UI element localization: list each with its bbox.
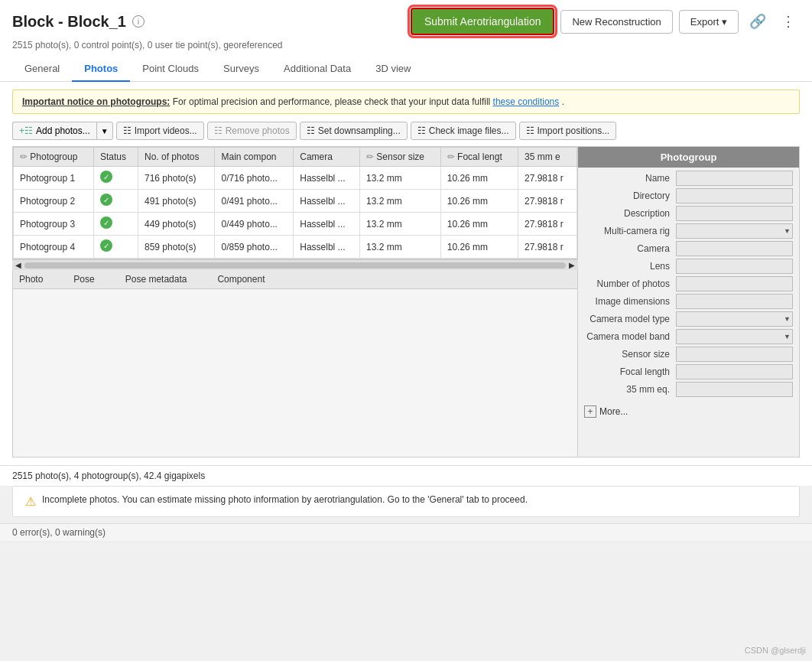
cell-camera: Hasselbl ... — [294, 236, 360, 259]
status-ok-icon — [100, 194, 112, 206]
add-photos-dropdown-button[interactable]: ▼ — [96, 122, 113, 140]
cell-photos: 716 photo(s) — [138, 167, 215, 190]
form-input-35-mm-eq.[interactable] — [676, 382, 793, 397]
form-row: Multi-camera rig ▼ — [584, 223, 793, 239]
form-row: Camera model band ▼ — [584, 329, 793, 344]
cell-main: 0/449 photo... — [215, 213, 294, 236]
col-photogroup[interactable]: ✏ Photogroup — [14, 148, 94, 167]
import-pos-icon: ☷ — [526, 125, 534, 136]
col-pose: Pose — [73, 274, 94, 285]
form-input-camera[interactable] — [676, 241, 793, 256]
new-reconstruction-button[interactable]: New Reconstruction — [560, 10, 672, 34]
col-status[interactable]: Status — [94, 148, 138, 167]
form-input-focal-length[interactable] — [676, 364, 793, 379]
form-row: Camera — [584, 241, 793, 256]
form-label: Sensor size — [584, 349, 676, 360]
form-label: Camera model type — [584, 314, 676, 324]
form-input-directory[interactable] — [676, 188, 793, 204]
cell-status — [94, 236, 138, 259]
side-panel-form: Name Directory Description Multi-camera … — [578, 168, 799, 402]
form-input-name[interactable] — [676, 171, 793, 186]
tab-3d-view[interactable]: 3D view — [363, 57, 423, 82]
cell-name: Photogroup 3 — [14, 213, 94, 236]
remove-photos-icon: ☷ — [214, 125, 222, 136]
form-label: 35 mm eq. — [584, 384, 676, 395]
cell-name: Photogroup 2 — [14, 190, 94, 213]
set-downsampling-button[interactable]: ☷ Set downsampling... — [300, 122, 408, 140]
col-focal[interactable]: ✏ Focal lengt — [440, 148, 518, 167]
form-select-camera-model-type[interactable]: ▼ — [676, 311, 793, 327]
col-camera[interactable]: Camera — [294, 148, 360, 167]
table-row[interactable]: Photogroup 4 859 photo(s) 0/859 photo...… — [14, 236, 577, 259]
horizontal-scrollbar[interactable]: ◀ ▶ — [12, 259, 578, 270]
more-link[interactable]: + More... — [578, 402, 799, 421]
form-select-camera-model-band[interactable]: ▼ — [676, 329, 793, 344]
warning-icon: ⚠ — [25, 494, 36, 509]
table-row[interactable]: Photogroup 3 449 photo(s) 0/449 photo...… — [14, 213, 577, 236]
form-label: Lens — [584, 261, 676, 272]
check-image-files-button[interactable]: ☷ Check image files... — [411, 122, 516, 140]
tab-photos[interactable]: Photos — [72, 57, 130, 82]
more-options-button[interactable]: ⋮ — [777, 10, 800, 33]
form-label: Number of photos — [584, 278, 676, 289]
tab-bar: General Photos Point Clouds Surveys Addi… — [12, 57, 800, 81]
scroll-left-arrow[interactable]: ◀ — [14, 261, 23, 269]
cell-camera: Hasselbl ... — [294, 167, 360, 190]
scroll-track[interactable] — [24, 262, 566, 269]
form-input-number-of-photos[interactable] — [676, 276, 793, 291]
cell-photos: 859 photo(s) — [138, 236, 215, 259]
cell-35mm: 27.9818 r — [518, 213, 577, 236]
add-photos-icon: +☷ — [19, 125, 33, 136]
tab-point-clouds[interactable]: Point Clouds — [130, 57, 211, 82]
col-photos[interactable]: No. of photos — [138, 148, 215, 167]
form-row: Image dimensions — [584, 294, 793, 309]
col-main-comp[interactable]: Main compon — [215, 148, 294, 167]
photos-toolbar: +☷ Add photos... ▼ ☷ Import videos... ☷ … — [12, 122, 800, 140]
status-ok-icon — [100, 217, 112, 229]
remove-photos-button[interactable]: ☷ Remove photos — [207, 122, 297, 140]
info-icon[interactable]: i — [132, 15, 145, 28]
cell-main: 0/716 photo... — [215, 167, 294, 190]
col-component: Component — [217, 274, 265, 285]
cell-35mm: 27.9818 r — [518, 190, 577, 213]
notice-text: For optimal precision and performance, p… — [173, 96, 493, 107]
scroll-right-arrow[interactable]: ▶ — [567, 261, 577, 269]
block-subtitle: 2515 photo(s), 0 control point(s), 0 use… — [12, 40, 800, 57]
form-select-multi-camera-rig[interactable]: ▼ — [676, 223, 793, 239]
table-row[interactable]: Photogroup 1 716 photo(s) 0/716 photo...… — [14, 167, 577, 190]
add-photos-splitbtn: +☷ Add photos... ▼ — [12, 122, 113, 140]
cell-camera: Hasselbl ... — [294, 213, 360, 236]
notice-link[interactable]: these conditions — [493, 96, 560, 107]
form-row: Lens — [584, 259, 793, 274]
tab-surveys[interactable]: Surveys — [211, 57, 271, 82]
submit-aerotriangulation-button[interactable]: Submit Aerotriangulation — [411, 8, 555, 35]
import-positions-button[interactable]: ☷ Import positions... — [519, 122, 617, 140]
notice-bar: Important notice on photogroups: For opt… — [12, 90, 800, 114]
tab-additional-data[interactable]: Additional Data — [271, 57, 363, 82]
table-row[interactable]: Photogroup 2 491 photo(s) 0/491 photo...… — [14, 190, 577, 213]
form-input-description[interactable] — [676, 206, 793, 221]
tab-general[interactable]: General — [12, 57, 72, 82]
photogroup-table-container: ✏ Photogroup Status No. of photos Main c… — [12, 146, 578, 259]
import-videos-icon: ☷ — [123, 125, 132, 136]
col-sensor[interactable]: ✏ Sensor size — [360, 148, 441, 167]
form-input-sensor-size[interactable] — [676, 347, 793, 362]
form-input-lens[interactable] — [676, 259, 793, 274]
cell-main: 0/859 photo... — [215, 236, 294, 259]
side-panel-title: Photogroup — [578, 147, 799, 168]
form-label: Camera model band — [584, 331, 676, 342]
form-input-image-dimensions[interactable] — [676, 294, 793, 309]
export-button[interactable]: Export ▾ — [679, 10, 739, 34]
form-label: Camera — [584, 243, 676, 254]
select-arrow-icon: ▼ — [784, 315, 791, 323]
add-photos-button[interactable]: +☷ Add photos... — [12, 122, 96, 140]
col-35mm[interactable]: 35 mm e — [518, 148, 577, 167]
form-row: Sensor size — [584, 347, 793, 362]
cell-sensor: 13.2 mm — [360, 190, 441, 213]
error-bar: 0 error(s), 0 warning(s) — [0, 523, 812, 541]
select-arrow-icon: ▼ — [784, 333, 791, 340]
status-ok-icon — [100, 239, 112, 252]
col-photo: Photo — [19, 274, 43, 285]
import-videos-button[interactable]: ☷ Import videos... — [116, 122, 204, 140]
share-button[interactable]: 🔗 — [745, 10, 771, 33]
